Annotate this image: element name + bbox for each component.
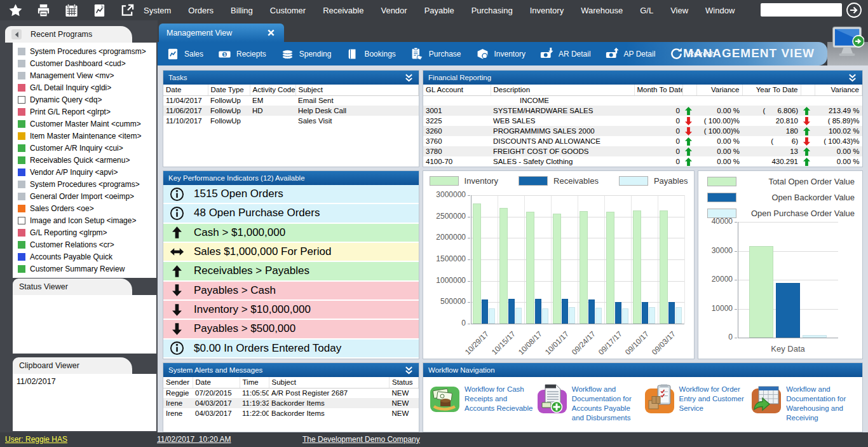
column-header[interactable] bbox=[801, 85, 815, 95]
column-header[interactable]: Subject bbox=[269, 377, 390, 388]
column-header[interactable]: Time bbox=[240, 377, 269, 388]
workflow-item[interactable]: Workflow for Cash Receipts and Accounts … bbox=[430, 383, 537, 414]
column-header[interactable]: Description bbox=[491, 85, 634, 95]
program-list-item[interactable]: Receivables Quick <armenu> bbox=[13, 154, 156, 166]
status-viewer-panel[interactable] bbox=[13, 295, 156, 354]
program-list-item[interactable]: Item Master Maintenance <item> bbox=[13, 130, 156, 142]
table-row[interactable]: 3260PROGRAMMIMG SALES 20000( 100.00)%180… bbox=[423, 126, 862, 136]
status-viewer-tab[interactable]: Status Viewer bbox=[13, 279, 132, 295]
table-row[interactable]: 3760DISCOUNTS AND ALLOWANCE00.00 %( 6)( … bbox=[423, 136, 862, 146]
kpi-item[interactable]: Sales $1,000,000 For Period bbox=[163, 243, 419, 262]
menu-item-purchasing[interactable]: Purchasing bbox=[471, 6, 513, 15]
toolbar-button-spending[interactable]: Spending bbox=[280, 47, 332, 61]
column-header[interactable]: Date bbox=[193, 377, 240, 388]
program-list-item[interactable]: General Order Import <oeimp> bbox=[13, 190, 156, 202]
column-header[interactable]: Variance bbox=[696, 85, 742, 95]
statusbar-company-link[interactable]: The Development Demo Company bbox=[302, 435, 420, 444]
table-row[interactable]: Irene04/03/201711:19:32Backorder ItemsNE… bbox=[163, 398, 419, 408]
program-list-item[interactable]: System Procedures <programsm> bbox=[13, 45, 156, 57]
collapse-sidebar-button[interactable] bbox=[11, 29, 22, 39]
statusbar-user-link[interactable]: User: Reggie HAS bbox=[5, 435, 67, 444]
table-row[interactable]: Reggie07/20/201511:05:50A/R Post Registe… bbox=[163, 388, 419, 398]
clipboard-viewer-tab[interactable]: Clipboard Viewer bbox=[13, 357, 132, 374]
table-row[interactable]: 4100-70SALES - Safety Clothing00.00 %430… bbox=[423, 156, 862, 167]
program-list-item[interactable]: Customer Summary Review bbox=[13, 263, 156, 275]
program-list-item[interactable]: G/L Reporting <glrpm> bbox=[13, 226, 156, 238]
open-window-icon[interactable] bbox=[119, 3, 135, 18]
menu-item-view[interactable]: View bbox=[670, 6, 688, 15]
program-list-item[interactable]: Vendor A/P Inquiry <apvi> bbox=[13, 166, 156, 178]
statusbar-datetime-link[interactable]: 11/02/2017 10:20 AM bbox=[157, 435, 231, 444]
column-header[interactable]: Date Type bbox=[208, 85, 250, 95]
recent-programs-tab[interactable]: Recent Programs bbox=[5, 26, 132, 43]
program-list-item[interactable]: Customer Relations <cr> bbox=[13, 238, 156, 251]
toolbar-button-ar-detail[interactable]: AR Detail bbox=[539, 47, 591, 61]
toolbar-button-ap-detail[interactable]: AP Detail bbox=[605, 47, 656, 61]
column-header[interactable]: Activity Code bbox=[250, 85, 295, 95]
column-header[interactable]: Subject bbox=[295, 85, 419, 95]
favorites-icon[interactable] bbox=[8, 3, 23, 18]
program-list-item[interactable]: Sales Orders <oe> bbox=[13, 202, 156, 214]
program-list-item[interactable]: Accounts Payable Quick bbox=[13, 251, 156, 263]
tab-management-view[interactable]: Management View bbox=[159, 24, 284, 42]
menu-item-orders[interactable]: Orders bbox=[188, 6, 214, 15]
kpi-item[interactable]: Cash > $1,000,000 bbox=[163, 224, 419, 243]
kpi-item[interactable]: 1515 Open Orders bbox=[163, 185, 419, 204]
monitor-export-icon[interactable] bbox=[830, 25, 864, 58]
column-header[interactable] bbox=[682, 85, 696, 95]
toolbar-button-purchase[interactable]: Purchase bbox=[410, 47, 461, 61]
program-list-item[interactable]: Customer Dashboard <cud> bbox=[13, 57, 156, 69]
expand-chevron-icon[interactable] bbox=[404, 73, 414, 83]
menu-item-warehouse[interactable]: Warehouse bbox=[581, 6, 623, 15]
table-row[interactable]: 3780FREIGHT COST OF GOODS00.00 %130.00 % bbox=[423, 146, 862, 156]
table-row[interactable]: 11/06/2017FollowUpHDHelp Desk Call bbox=[163, 106, 419, 116]
table-row[interactable]: Irene04/03/201711:22:00Backorder ItemsNE… bbox=[163, 408, 419, 418]
clipboard-viewer-panel[interactable]: 11/02/2017 bbox=[13, 374, 156, 431]
toolbar-button-sales[interactable]: Sales bbox=[165, 47, 203, 61]
program-list-item[interactable]: Management View <mv> bbox=[13, 69, 156, 81]
toolbar-button-bookings[interactable]: Bookings bbox=[345, 47, 395, 61]
menu-item-system[interactable]: System bbox=[144, 6, 171, 15]
program-list-item[interactable]: Customer Master Maint <cumm> bbox=[13, 118, 156, 130]
column-header[interactable]: GL Account bbox=[423, 85, 491, 95]
expand-chevron-icon[interactable] bbox=[848, 73, 857, 83]
go-arrow-button[interactable] bbox=[846, 2, 862, 18]
table-row[interactable]: 3001SYSTEM/HARDWARE SALES00.00 %( 6.806)… bbox=[423, 106, 862, 116]
menu-item-customer[interactable]: Customer bbox=[270, 6, 306, 15]
workflow-item[interactable]: Workflow and Documentation for Warehousi… bbox=[751, 383, 858, 423]
menu-item-g-l[interactable]: G/L bbox=[640, 6, 653, 15]
table-row[interactable]: 3225WEB SALES0( 100.00)%20.810( 85.89)% bbox=[423, 116, 862, 126]
menu-item-billing[interactable]: Billing bbox=[231, 6, 253, 15]
program-list-item[interactable]: Image and Icon Setup <image> bbox=[13, 214, 156, 226]
print-icon[interactable] bbox=[36, 3, 51, 18]
program-list-item[interactable]: G/L Detail Inquiry <gldi> bbox=[13, 81, 156, 93]
menu-item-inventory[interactable]: Inventory bbox=[530, 6, 564, 15]
menu-item-window[interactable]: Window bbox=[705, 6, 735, 15]
kpi-item[interactable]: $0.00 In Orders Entered Today bbox=[163, 340, 419, 359]
toolbar-button-inventory[interactable]: Inventory bbox=[475, 47, 526, 61]
report-icon[interactable] bbox=[92, 3, 107, 18]
program-list-item[interactable]: Print G/L Report <glrpt> bbox=[13, 106, 156, 118]
column-header[interactable]: Sender bbox=[163, 377, 193, 388]
kpi-item[interactable]: Receivables > Payables bbox=[163, 262, 419, 281]
toolbar-button-reciepts[interactable]: $Reciepts bbox=[217, 47, 266, 61]
kpi-item[interactable]: Payables > Cash bbox=[163, 282, 419, 301]
column-header[interactable]: Variance bbox=[815, 85, 862, 95]
menu-item-vendor[interactable]: Vendor bbox=[381, 6, 407, 15]
program-list-item[interactable]: Customer A/R Inquiry <cui> bbox=[13, 142, 156, 154]
workflow-item[interactable]: Workflow and Documentation for Accounts … bbox=[537, 383, 644, 423]
menu-item-payable[interactable]: Payable bbox=[424, 6, 454, 15]
menu-item-receivable[interactable]: Receivable bbox=[323, 6, 363, 15]
column-header[interactable]: Status bbox=[390, 377, 419, 388]
kpi-item[interactable]: Inventory > $10,000,000 bbox=[163, 301, 419, 320]
column-header[interactable]: Month To Date bbox=[634, 85, 682, 95]
table-row[interactable]: 11/10/2017FollowUpSales Visit bbox=[163, 116, 419, 126]
table-row[interactable]: 11/04/2017FollowUpEMEmail Sent bbox=[163, 95, 419, 106]
close-icon[interactable] bbox=[266, 28, 276, 38]
program-list-item[interactable]: Dynamic Query <dq> bbox=[13, 93, 156, 106]
kpi-item[interactable]: Payables > $500,000 bbox=[163, 320, 419, 339]
workflow-item[interactable]: Workflow for Order Entry and Customer Se… bbox=[644, 383, 752, 414]
calendar-icon[interactable] bbox=[64, 3, 79, 18]
search-input[interactable] bbox=[761, 3, 842, 17]
column-header[interactable]: Date bbox=[163, 85, 208, 95]
